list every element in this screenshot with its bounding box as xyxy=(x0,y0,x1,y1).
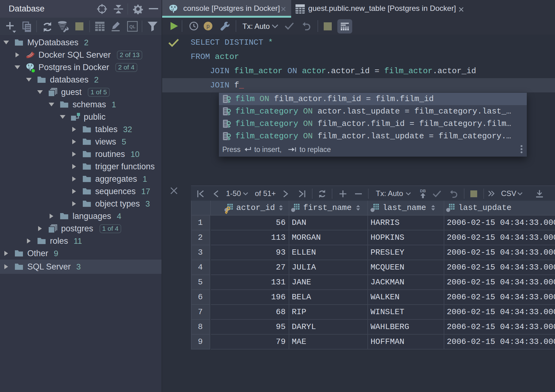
svg-text:DB: DB xyxy=(420,189,426,193)
svg-text:QL: QL xyxy=(129,24,135,29)
svg-text:p: p xyxy=(206,23,210,29)
